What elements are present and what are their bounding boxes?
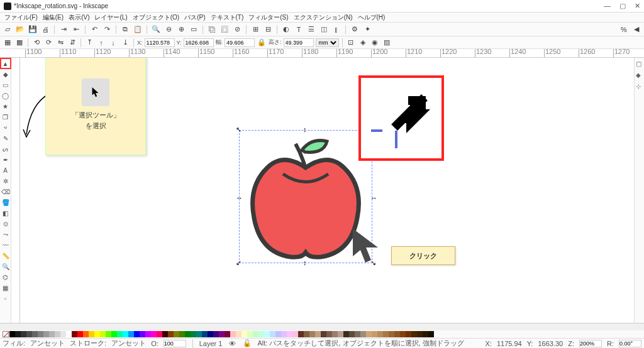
color-swatch[interactable]	[242, 331, 247, 337]
color-swatch[interactable]	[236, 331, 242, 337]
no-color-swatch[interactable]	[3, 331, 9, 337]
color-swatch[interactable]	[72, 331, 77, 337]
color-swatch[interactable]	[32, 331, 38, 337]
snap-toggle-icon[interactable]: %	[619, 24, 629, 35]
color-swatch[interactable]	[225, 331, 230, 337]
gradient-tool[interactable]: ◧	[1, 209, 10, 217]
color-swatch[interactable]	[406, 331, 411, 337]
prefs-icon[interactable]: ⚙	[350, 24, 360, 35]
color-swatch[interactable]	[372, 331, 377, 337]
zoom-input[interactable]	[579, 340, 602, 347]
menu-item[interactable]: レイヤー(L)	[92, 13, 129, 22]
color-swatch[interactable]	[128, 331, 134, 337]
rot-input[interactable]	[619, 340, 641, 347]
color-swatch[interactable]	[389, 331, 394, 337]
color-swatch[interactable]	[77, 331, 83, 337]
color-swatch[interactable]	[253, 331, 258, 337]
color-swatch[interactable]	[185, 331, 191, 337]
eraser-tool[interactable]: ⌫	[1, 187, 10, 196]
measure-tool[interactable]: 📏	[1, 251, 10, 260]
color-swatch[interactable]	[298, 331, 304, 337]
menu-item[interactable]: フィルター(S)	[247, 13, 290, 22]
document-prefs-icon[interactable]: ✦	[362, 24, 372, 35]
minimize-button[interactable]: —	[604, 2, 611, 10]
zoom-tool[interactable]: 🔍	[1, 262, 10, 271]
color-swatch[interactable]	[196, 331, 202, 337]
lower-bottom-icon[interactable]: ⤓	[120, 38, 130, 48]
menu-item[interactable]: ヘルプ(H)	[356, 13, 387, 22]
color-swatch[interactable]	[258, 331, 264, 337]
color-swatch[interactable]	[89, 331, 94, 337]
color-swatch[interactable]	[321, 331, 326, 337]
color-swatch[interactable]	[230, 331, 236, 337]
zoom-in-icon[interactable]: 🔍	[151, 24, 161, 35]
bezier-tool[interactable]: ᔕ	[1, 144, 10, 153]
duplicate-icon[interactable]: ⿻	[207, 24, 217, 35]
color-swatch[interactable]	[94, 331, 100, 337]
snap-other-icon[interactable]: ⊹	[636, 83, 643, 90]
menu-item[interactable]: ファイル(F)	[3, 13, 40, 22]
close-button[interactable]: ✕	[635, 2, 640, 10]
clone-icon[interactable]: ⿴	[219, 24, 230, 35]
color-swatch[interactable]	[140, 331, 145, 337]
save-icon[interactable]: 💾	[28, 24, 38, 35]
color-swatch[interactable]	[179, 331, 185, 337]
move-patterns-icon[interactable]: ▨	[382, 38, 392, 48]
menu-item[interactable]: オブジェクト(O)	[131, 13, 181, 22]
color-swatch[interactable]	[168, 331, 174, 337]
color-swatch[interactable]	[60, 331, 66, 337]
color-swatch[interactable]	[26, 331, 32, 337]
color-swatch[interactable]	[275, 331, 281, 337]
raise-top-icon[interactable]: ⤒	[84, 38, 94, 48]
color-swatch[interactable]	[377, 331, 383, 337]
color-swatch[interactable]	[123, 331, 128, 337]
3dbox-tool[interactable]: ❒	[1, 112, 10, 121]
color-swatch[interactable]	[21, 331, 26, 337]
color-swatch[interactable]	[326, 331, 332, 337]
color-swatch[interactable]	[100, 331, 106, 337]
color-swatch[interactable]	[208, 331, 213, 337]
redo-icon[interactable]: ↷	[102, 24, 112, 35]
color-swatch[interactable]	[66, 331, 72, 337]
color-swatch[interactable]	[332, 331, 338, 337]
pages-tool[interactable]: ▫	[1, 294, 10, 303]
expand-panel-icon[interactable]: ◀	[631, 24, 641, 35]
flip-h-icon[interactable]: ⇋	[55, 38, 65, 48]
zoom-fit-icon[interactable]: ⊕	[176, 24, 186, 35]
open-icon[interactable]: 📂	[15, 24, 25, 35]
rotate-left-icon[interactable]: ⟲	[31, 38, 42, 48]
copy-icon[interactable]: ⧉	[120, 24, 130, 35]
color-swatch[interactable]	[247, 331, 253, 337]
group-icon[interactable]: ⊞	[250, 24, 260, 35]
color-swatch[interactable]	[343, 331, 349, 337]
color-swatch[interactable]	[134, 331, 140, 337]
color-swatch[interactable]	[43, 331, 49, 337]
undo-icon[interactable]: ↶	[89, 24, 99, 35]
print-icon[interactable]: 🖨	[40, 24, 50, 35]
color-swatch[interactable]	[157, 331, 162, 337]
flip-v-icon[interactable]: ⇵	[67, 38, 77, 48]
zoom-page-icon[interactable]: ▭	[189, 24, 199, 35]
color-swatch[interactable]	[151, 331, 157, 337]
color-swatch[interactable]	[106, 331, 111, 337]
rotate-right-icon[interactable]: ⟳	[43, 38, 53, 48]
color-swatch[interactable]	[292, 331, 298, 337]
color-swatch[interactable]	[264, 331, 270, 337]
h-input[interactable]	[284, 38, 314, 47]
layers-icon[interactable]: ☰	[306, 24, 316, 35]
color-swatch[interactable]	[162, 331, 168, 337]
color-swatch[interactable]	[83, 331, 89, 337]
color-swatch[interactable]	[49, 331, 55, 337]
spray-tool[interactable]: ✲	[1, 177, 10, 185]
unlink-icon[interactable]: ⊘	[232, 24, 242, 35]
layer-visibility-icon[interactable]: 👁	[227, 339, 237, 349]
color-swatch[interactable]	[219, 331, 225, 337]
color-swatch[interactable]	[145, 331, 151, 337]
text-icon[interactable]: T	[294, 24, 304, 35]
snap-bbox-icon[interactable]: ▢	[636, 60, 643, 68]
y-input[interactable]	[184, 38, 214, 47]
color-swatch[interactable]	[9, 331, 15, 337]
color-swatch[interactable]	[38, 331, 43, 337]
color-swatch[interactable]	[428, 331, 434, 337]
color-swatch[interactable]	[304, 331, 309, 337]
